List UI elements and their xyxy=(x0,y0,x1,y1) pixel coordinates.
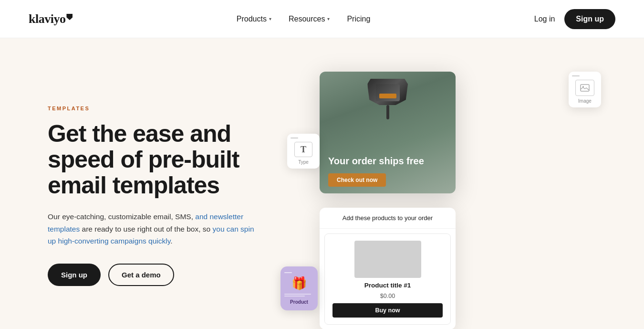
type-widget-label: Type xyxy=(298,159,309,165)
signup-button-nav[interactable]: Sign up xyxy=(564,9,615,29)
signup-button-hero[interactable]: Sign up xyxy=(48,264,101,286)
chevron-down-icon-2: ▾ xyxy=(327,16,330,21)
hero-tag: TEMPLATES xyxy=(48,106,258,111)
type-widget[interactable]: T Type xyxy=(287,134,320,169)
nav-products-label: Products xyxy=(237,15,267,23)
high-converting-link[interactable]: high-converting campaigns quickly xyxy=(58,237,171,245)
product-price: $0.00 xyxy=(380,293,395,299)
product-title: Product title #1 xyxy=(364,282,411,289)
logo-flag-icon xyxy=(66,14,73,20)
product-recommendation-card: Add these products to your order Product… xyxy=(320,208,456,329)
promo-text: Your order ships free xyxy=(328,155,447,167)
nav-pricing-label: Pricing xyxy=(347,15,370,23)
logo-text: klaviyo xyxy=(29,12,65,26)
hero-text: TEMPLATES Get the ease and speed of pre-… xyxy=(48,106,277,286)
nav-resources-label: Resources xyxy=(289,15,325,23)
product-image xyxy=(359,76,416,122)
nav-actions: Log in Sign up xyxy=(534,9,615,29)
image-widget-label: Image xyxy=(578,98,592,104)
product-widget[interactable]: 🎁 Product xyxy=(280,266,318,310)
nav-resources[interactable]: Resources ▾ xyxy=(289,15,330,23)
type-icon: T xyxy=(294,142,312,157)
checkout-button[interactable]: Check out now xyxy=(328,173,386,187)
minus-icon xyxy=(572,75,580,76)
nav-pricing[interactable]: Pricing xyxy=(347,15,370,23)
product-card-header: Add these products to your order xyxy=(320,208,456,229)
demo-button[interactable]: Get a demo xyxy=(108,264,174,286)
image-icon xyxy=(575,80,594,96)
email-template-card: Your order ships free Check out now xyxy=(320,72,456,193)
product-widget-label: Product xyxy=(290,299,308,305)
chevron-down-icon: ▾ xyxy=(269,16,271,21)
navbar: klaviyo Products ▾ Resources ▾ Pricing L… xyxy=(0,0,644,38)
hero-ctas: Sign up Get a demo xyxy=(48,264,258,286)
nav-products[interactable]: Products ▾ xyxy=(237,15,271,23)
login-button[interactable]: Log in xyxy=(534,15,555,23)
product-item: Product title #1 $0.00 Buy now xyxy=(324,233,451,325)
minus-icon-3 xyxy=(284,272,292,273)
hero-headline: Get the ease and speed of pre-built emai… xyxy=(48,121,258,198)
hero-visual: Your order ships free Check out now Imag… xyxy=(277,62,615,329)
image-widget[interactable]: Image xyxy=(569,72,601,107)
nav-links: Products ▾ Resources ▾ Pricing xyxy=(237,15,371,23)
product-image-placeholder xyxy=(354,241,421,278)
product-widget-icon: 🎁 xyxy=(291,276,307,291)
buy-now-button[interactable]: Buy now xyxy=(332,303,443,318)
minus-icon-2 xyxy=(291,138,298,138)
hero-section: TEMPLATES Get the ease and speed of pre-… xyxy=(0,38,644,329)
hero-description: Our eye-catching, customizable email, SM… xyxy=(48,211,258,247)
logo[interactable]: klaviyo xyxy=(29,12,73,26)
